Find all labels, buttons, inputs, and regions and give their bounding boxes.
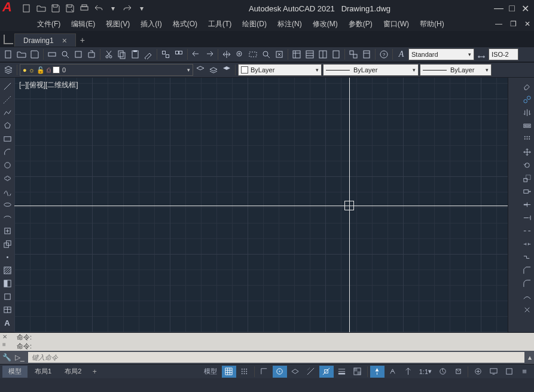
tb-sheet-icon[interactable] [330, 48, 342, 60]
tb-open-icon[interactable] [16, 48, 28, 60]
tb-cut-icon[interactable] [103, 48, 115, 60]
tb-zoom-realtime-icon[interactable] [234, 48, 246, 60]
text-style-dropdown[interactable]: Standard▾ [408, 48, 474, 60]
tb-toolpalette-icon[interactable] [317, 48, 329, 60]
break2-tool-icon[interactable] [521, 238, 533, 250]
file-tab-add-button[interactable]: + [76, 33, 89, 47]
menu-view[interactable]: 视图(V) [101, 17, 135, 31]
erase-tool-icon[interactable] [521, 80, 533, 92]
file-tab-drawing1[interactable]: Drawing1 × [14, 33, 76, 47]
cmd-history-icon[interactable]: ≡ [2, 341, 6, 348]
copy-tool-icon[interactable] [521, 93, 533, 105]
menu-window[interactable]: 窗口(W) [379, 17, 414, 31]
insert-block-icon[interactable] [1, 225, 13, 237]
lineweight-toggle-icon[interactable] [335, 366, 349, 378]
menu-help[interactable]: 帮助(H) [415, 17, 449, 31]
grid-toggle-icon[interactable] [222, 366, 236, 378]
layout-tab-model[interactable]: 模型 [2, 366, 28, 378]
scale-tool-icon[interactable] [521, 172, 533, 184]
annoautoscale-icon[interactable] [451, 366, 465, 378]
tb-redo2-icon[interactable] [203, 48, 215, 60]
cmd-options-icon[interactable]: 🔧 [2, 353, 11, 362]
model-paper-toggle[interactable]: 模型 [200, 366, 221, 378]
offset-tool-icon[interactable] [521, 120, 533, 131]
revcloud-tool-icon[interactable] [1, 172, 13, 184]
tb-undo2-icon[interactable] [190, 48, 202, 60]
command-input[interactable] [28, 352, 524, 363]
menu-edit[interactable]: 编辑(E) [66, 17, 100, 31]
tb-zoom-ext-icon[interactable] [273, 48, 285, 60]
annoscale-icon[interactable]: 1:1 ▾ [417, 366, 434, 378]
otrack-icon[interactable] [304, 366, 318, 378]
layout-tab-layout1[interactable]: 布局1 [29, 366, 57, 378]
stretch-tool-icon[interactable] [521, 185, 533, 197]
menu-parametric[interactable]: 参数(P) [344, 17, 377, 31]
point-tool-icon[interactable] [1, 251, 13, 263]
trim-tool-icon[interactable] [521, 198, 533, 210]
chamfer-tool-icon[interactable] [521, 264, 533, 276]
print-icon[interactable] [79, 3, 90, 14]
mtext-tool-icon[interactable]: A [1, 317, 13, 329]
open-icon[interactable] [36, 3, 47, 14]
customization-icon[interactable]: ≡ [517, 366, 532, 378]
layer-state-icon[interactable] [208, 64, 219, 76]
menu-dimension[interactable]: 标注(N) [273, 17, 307, 31]
rectangle-tool-icon[interactable] [1, 133, 13, 145]
menu-draw[interactable]: 绘图(D) [237, 17, 271, 31]
make-block-icon[interactable] [1, 238, 13, 250]
doc-minimize-button[interactable]: — [492, 18, 505, 30]
layout-tab-add-button[interactable]: + [89, 368, 100, 376]
maximize-button[interactable]: □ [505, 2, 518, 14]
tb-3dprint-icon[interactable] [86, 48, 97, 60]
file-tab-close-icon[interactable]: × [62, 36, 67, 45]
array-tool-icon[interactable] [521, 133, 533, 145]
polygon-tool-icon[interactable] [1, 120, 13, 131]
doc-close-button[interactable]: ✕ [521, 18, 534, 30]
blend-tool-icon[interactable] [521, 290, 533, 302]
tb-copy-icon[interactable] [116, 48, 128, 60]
isolate-objects-icon[interactable] [502, 366, 516, 378]
circle-tool-icon[interactable] [1, 159, 13, 171]
undo-icon[interactable] [93, 3, 104, 14]
table-tool-icon[interactable] [1, 304, 13, 316]
doc-restore-button[interactable]: ❐ [506, 18, 520, 30]
polyline-tool-icon[interactable] [1, 106, 13, 118]
tb-paste-icon[interactable] [129, 48, 141, 60]
layout-tab-layout2[interactable]: 布局2 [59, 366, 87, 378]
layer-prev-icon[interactable] [194, 64, 206, 76]
qat-dropdown-icon[interactable]: ▾ [108, 3, 118, 14]
color-dropdown[interactable]: ByLayer ▾ [238, 64, 322, 76]
tb-help-icon[interactable]: ? [378, 48, 390, 60]
break-tool-icon[interactable] [521, 225, 533, 237]
dynmode-icon[interactable] [401, 366, 416, 378]
menu-insert[interactable]: 插入(I) [136, 17, 166, 31]
minimize-button[interactable]: — [492, 2, 505, 14]
snap-toggle-icon[interactable] [237, 366, 252, 378]
save-icon[interactable] [50, 3, 61, 14]
tb-save-icon[interactable] [29, 48, 41, 60]
polar-toggle-icon[interactable] [273, 366, 287, 378]
ellipse-arc-tool-icon[interactable] [1, 212, 13, 223]
menu-tools[interactable]: 工具(T) [203, 17, 236, 31]
linetype-dropdown[interactable]: ByLayer ▾ [323, 64, 419, 76]
join-tool-icon[interactable] [521, 251, 533, 263]
isodraft-icon[interactable] [288, 366, 303, 378]
command-history[interactable]: ✕ ≡ 命令: 命令: [0, 333, 534, 351]
cmd-close-icon[interactable]: ✕ [2, 333, 7, 340]
canvas-scrollbar-v[interactable] [508, 78, 520, 332]
tb-print-icon[interactable] [46, 48, 58, 60]
tb-pan-icon[interactable] [221, 48, 233, 60]
tb-designcenter-icon[interactable] [304, 48, 316, 60]
layer-iso-icon[interactable] [221, 64, 233, 76]
cmd-recent-icon[interactable]: ▴ [528, 353, 532, 362]
tb-markup-icon[interactable] [347, 48, 359, 60]
tb-new-icon[interactable] [2, 48, 14, 60]
selection-cycling-icon[interactable] [370, 366, 385, 378]
tb-publish-icon[interactable] [72, 48, 84, 60]
tb-preview-icon[interactable] [59, 48, 71, 60]
extend-tool-icon[interactable] [521, 212, 533, 223]
menu-format[interactable]: 格式(O) [168, 17, 202, 31]
menu-file[interactable]: 文件(F) [32, 17, 65, 31]
saveas-icon[interactable] [65, 3, 75, 14]
osnap-toggle-icon[interactable] [319, 366, 334, 378]
